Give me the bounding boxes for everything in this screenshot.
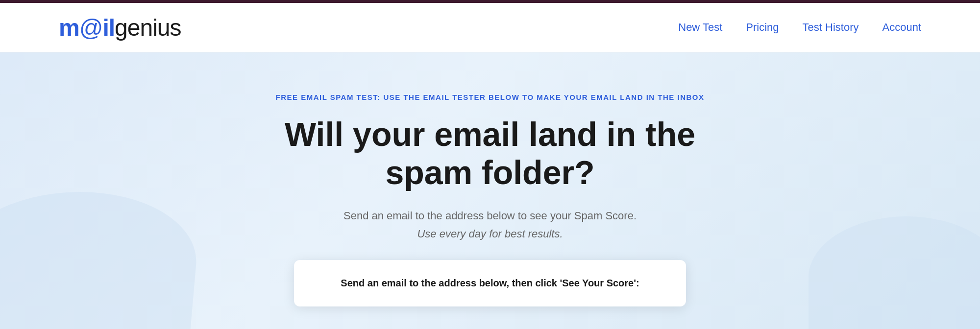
hero-section: FREE EMAIL SPAM TEST: USE THE EMAIL TEST… <box>0 52 980 329</box>
site-header: m@ilgenius New Test Pricing Test History… <box>0 3 980 52</box>
logo-at: @ <box>79 15 103 41</box>
nav-new-test[interactable]: New Test <box>678 21 722 34</box>
logo[interactable]: m@ilgenius <box>59 14 181 41</box>
nav-account[interactable]: Account <box>882 21 922 34</box>
logo-text: m@ilgenius <box>59 14 181 41</box>
main-nav: New Test Pricing Test History Account <box>678 21 921 34</box>
logo-m: m <box>59 15 79 41</box>
logo-genius: genius <box>115 15 181 41</box>
hero-description-italic: Use every day for best results. <box>417 228 563 240</box>
hero-title: Will your email land in the spam folder? <box>270 115 710 191</box>
logo-il: il <box>102 15 115 41</box>
hero-description: Send an email to the address below to se… <box>343 207 637 224</box>
hero-card: Send an email to the address below, then… <box>294 260 686 306</box>
card-title: Send an email to the address below, then… <box>318 278 662 289</box>
hero-subtitle: FREE EMAIL SPAM TEST: USE THE EMAIL TEST… <box>275 92 704 103</box>
nav-pricing[interactable]: Pricing <box>746 21 779 34</box>
nav-test-history[interactable]: Test History <box>803 21 859 34</box>
